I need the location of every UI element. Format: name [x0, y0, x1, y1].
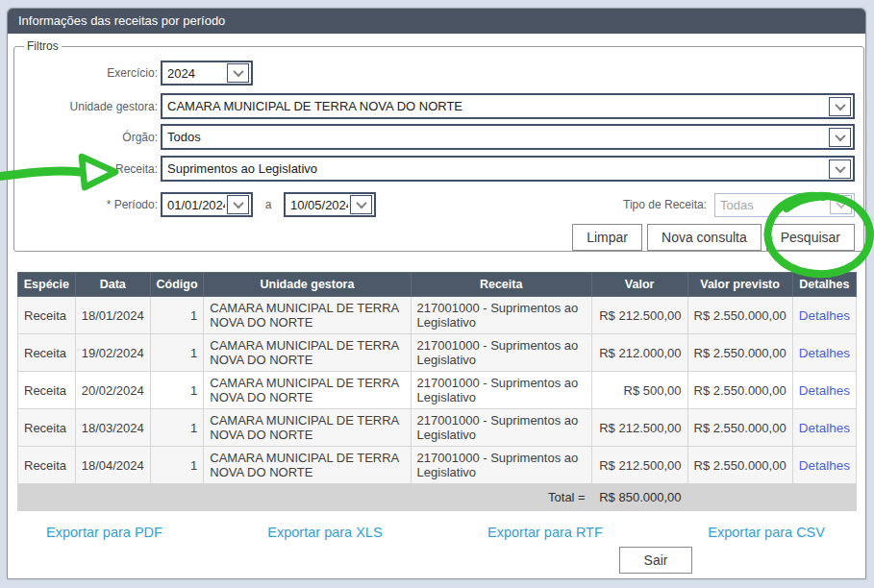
table-cell-valor: R$ 212.500,00	[591, 297, 687, 334]
table-cell-data: 18/04/2024	[75, 447, 150, 484]
exercicio-row: Exercício: 2024	[23, 61, 855, 86]
table-cell-data: 19/02/2024	[75, 334, 150, 372]
table-row: Receita20/02/20241CAMARA MUNICIPAL DE TE…	[18, 372, 857, 409]
periodo-from-value: 01/01/2024	[162, 198, 225, 212]
table-cell-codigo: 1	[150, 297, 204, 334]
receita-select[interactable]: Suprimentos ao Legislativo	[161, 156, 855, 182]
table-cell-data: 18/01/2024	[75, 297, 150, 334]
table-row: Receita18/04/20241CAMARA MUNICIPAL DE TE…	[18, 447, 857, 484]
detalhes-link[interactable]: Detalhes	[799, 308, 850, 323]
table-cell-especie: Receita	[18, 447, 76, 484]
table-cell-codigo: 1	[150, 372, 204, 409]
chevron-down-icon	[830, 195, 852, 214]
export-link-xls[interactable]: Exportar para XLS	[267, 525, 382, 540]
table-cell-valor: R$ 212.500,00	[591, 409, 687, 447]
calendar-dropdown-icon[interactable]	[350, 195, 372, 214]
table-cell-receita: 217001000 - Suprimentos ao Legislativo	[411, 409, 591, 447]
unidade-gestora-row: Unidade gestora: CAMARA MUNICIPAL DE TER…	[23, 93, 855, 119]
table-cell-valor: R$ 500,00	[591, 372, 687, 409]
table-cell-prev: R$ 2.550.000,00	[687, 409, 792, 447]
periodo-label: * Período:	[23, 198, 158, 211]
table-cell-especie: Receita	[18, 334, 76, 372]
table-cell-unidade: CAMARA MUNICIPAL DE TERRA NOVA DO NORTE	[204, 372, 411, 409]
exercicio-label: Exercício:	[23, 66, 158, 80]
column-header: Detalhes	[792, 273, 856, 297]
column-header: Receita	[411, 273, 591, 297]
table-row: Receita19/02/20241CAMARA MUNICIPAL DE TE…	[18, 334, 857, 372]
tipo-receita-select: Todas	[714, 193, 855, 217]
pesquisar-button[interactable]: Pesquisar	[766, 224, 855, 251]
chevron-down-icon[interactable]	[227, 63, 249, 83]
calendar-dropdown-icon[interactable]	[227, 195, 249, 214]
unidade-gestora-label: Unidade gestora:	[23, 100, 158, 113]
table-cell-valor: R$ 212.500,00	[591, 447, 687, 484]
receita-value: Suprimentos ao Legislativo	[162, 161, 827, 176]
limpar-button[interactable]: Limpar	[572, 224, 642, 251]
periodo-row: * Período: 01/01/2024 a 10/05/2024 Tipo …	[23, 192, 855, 217]
table-cell-prev: R$ 2.550.000,00	[687, 372, 792, 409]
table-cell-unidade: CAMARA MUNICIPAL DE TERRA NOVA DO NORTE	[204, 334, 411, 372]
column-header: Espécie	[18, 273, 76, 297]
table-cell-codigo: 1	[150, 447, 204, 484]
periodo-to-input[interactable]: 10/05/2024	[284, 192, 376, 217]
exercicio-select[interactable]: 2024	[161, 61, 253, 86]
table-cell-receita: 217001000 - Suprimentos ao Legislativo	[411, 297, 591, 334]
table-cell-receita: 217001000 - Suprimentos ao Legislativo	[411, 447, 591, 484]
table-cell-unidade: CAMARA MUNICIPAL DE TERRA NOVA DO NORTE	[204, 447, 411, 484]
table-cell-receita: 217001000 - Suprimentos ao Legislativo	[411, 334, 591, 372]
table-header-row: EspécieDataCódigoUnidade gestoraReceitaV…	[18, 273, 857, 297]
table-cell-codigo: 1	[150, 409, 204, 447]
filter-buttons-row: Limpar Nova consulta Pesquisar	[23, 224, 855, 251]
chevron-down-icon[interactable]	[829, 159, 851, 179]
nova-consulta-button[interactable]: Nova consulta	[647, 224, 762, 251]
table-cell-data: 20/02/2024	[75, 372, 150, 409]
orgao-row: Órgão: Todos	[23, 124, 855, 150]
export-link-csv[interactable]: Exportar para CSV	[708, 525, 825, 540]
periodo-separator: a	[253, 198, 284, 211]
receitas-table: EspécieDataCódigoUnidade gestoraReceitaV…	[17, 272, 857, 511]
periodo-to-value: 10/05/2024	[286, 198, 348, 212]
table-cell-data: 18/03/2024	[75, 409, 150, 447]
window-title: Informações das receitas por período	[8, 9, 865, 34]
column-header: Valor previsto	[687, 273, 792, 297]
total-row: Total = R$ 850.000,00	[18, 484, 857, 511]
receita-label: Receita:	[23, 162, 158, 176]
orgao-value: Todos	[162, 130, 827, 144]
table-cell-unidade: CAMARA MUNICIPAL DE TERRA NOVA DO NORTE	[204, 297, 411, 334]
table-cell-especie: Receita	[18, 297, 76, 334]
tipo-receita-value: Todas	[715, 198, 828, 212]
table-cell-especie: Receita	[18, 372, 76, 409]
sair-button[interactable]: Sair	[619, 547, 692, 574]
column-header: Código	[150, 273, 204, 297]
unidade-gestora-select[interactable]: CAMARA MUNICIPAL DE TERRA NOVA DO NORTE	[161, 93, 855, 119]
receita-row: Receita: Suprimentos ao Legislativo	[23, 156, 855, 182]
table-cell-unidade: CAMARA MUNICIPAL DE TERRA NOVA DO NORTE	[204, 409, 411, 447]
export-link-rtf[interactable]: Exportar para RTF	[487, 525, 603, 540]
column-header: Unidade gestora	[204, 273, 411, 297]
export-link-pdf[interactable]: Exportar para PDF	[46, 525, 162, 540]
total-value: R$ 850.000,00	[591, 484, 687, 511]
tipo-receita-group: Tipo de Receita: Todas	[623, 193, 855, 217]
revenue-report-window: Informações das receitas por período Fil…	[7, 8, 866, 579]
table-row: Receita18/01/20241CAMARA MUNICIPAL DE TE…	[18, 297, 857, 334]
filters-fieldset: Filtros Exercício: 2024 Unidade gestora:…	[13, 39, 864, 252]
table-body: Receita18/01/20241CAMARA MUNICIPAL DE TE…	[18, 297, 857, 484]
exercicio-value: 2024	[162, 66, 225, 81]
unidade-gestora-value: CAMARA MUNICIPAL DE TERRA NOVA DO NORTE	[162, 99, 827, 113]
periodo-from-input[interactable]: 01/01/2024	[161, 192, 253, 217]
detalhes-link[interactable]: Detalhes	[799, 346, 850, 360]
table-cell-especie: Receita	[18, 409, 76, 447]
column-header: Valor	[591, 273, 687, 297]
chevron-down-icon[interactable]	[829, 97, 851, 116]
detalhes-link[interactable]: Detalhes	[799, 458, 850, 473]
orgao-label: Órgão:	[23, 131, 158, 144]
column-header: Data	[75, 273, 150, 297]
orgao-select[interactable]: Todos	[161, 124, 855, 150]
table-cell-receita: 217001000 - Suprimentos ao Legislativo	[411, 372, 591, 409]
table-cell-codigo: 1	[150, 334, 204, 372]
detalhes-link[interactable]: Detalhes	[799, 383, 850, 398]
table-cell-prev: R$ 2.550.000,00	[687, 447, 792, 484]
detalhes-link[interactable]: Detalhes	[799, 421, 850, 435]
chevron-down-icon[interactable]	[829, 128, 851, 147]
filters-legend: Filtros	[24, 39, 62, 53]
